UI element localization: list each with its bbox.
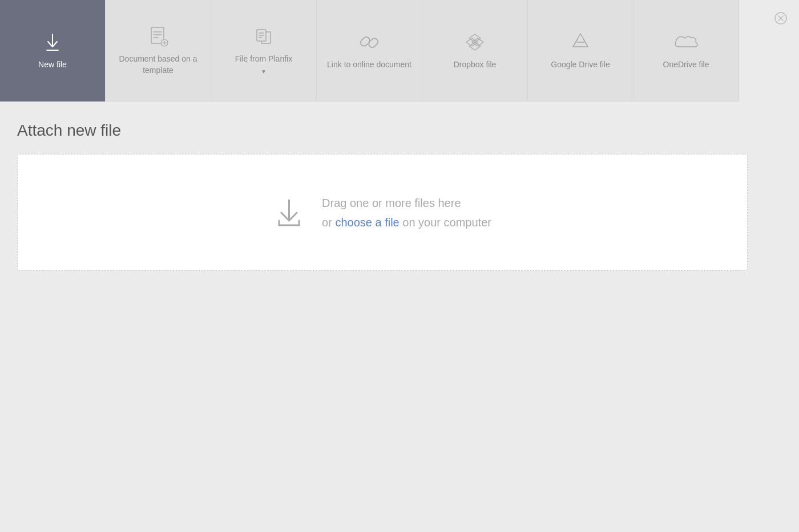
close-button[interactable] (773, 10, 789, 26)
svg-marker-17 (469, 42, 481, 50)
tab-new-file-label: New file (38, 59, 67, 71)
planfix-dropdown-arrow: ▼ (261, 68, 267, 76)
drop-zone[interactable]: Drag one or more files here or choose a … (17, 154, 748, 271)
svg-line-21 (573, 39, 578, 47)
tab-new-file[interactable]: New file (0, 0, 106, 101)
tab-google-drive[interactable]: Google Drive file (528, 0, 633, 101)
download-icon (41, 31, 64, 54)
dialog: New file Document based on a template (0, 0, 799, 532)
link-icon (358, 31, 381, 54)
onedrive-icon (673, 31, 699, 54)
drop-text: Drag one or more files here or choose a … (322, 193, 491, 232)
tabs-bar: New file Document based on a template (0, 0, 799, 101)
google-drive-icon (569, 31, 592, 54)
tab-dropbox-label: Dropbox file (454, 59, 497, 71)
tab-document-template-label: Document based on a template (114, 54, 202, 76)
section-title: Attach new file (17, 121, 782, 140)
tab-file-planfix-label: File from Planfix (235, 54, 292, 65)
drop-prefix: or (322, 216, 335, 229)
tab-onedrive-label: OneDrive file (663, 59, 709, 71)
svg-line-22 (583, 39, 588, 47)
svg-marker-16 (469, 34, 481, 42)
drop-or-line: or choose a file on your computer (322, 213, 491, 232)
tab-dropbox[interactable]: Dropbox file (422, 0, 528, 101)
drop-main-text: Drag one or more files here (322, 193, 491, 213)
dropbox-icon (463, 31, 486, 54)
tab-link-online-label: Link to online document (327, 59, 411, 71)
tab-file-planfix[interactable]: File from Planfix ▼ (211, 0, 317, 101)
choose-file-link[interactable]: choose a file (335, 216, 399, 229)
planfix-icon (252, 25, 275, 48)
tab-google-drive-label: Google Drive file (551, 59, 610, 71)
document-template-icon (147, 25, 170, 48)
content-area: Attach new file Drag one or more files h… (0, 101, 799, 532)
tab-document-template[interactable]: Document based on a template (106, 0, 211, 101)
close-icon (774, 12, 787, 25)
tab-onedrive[interactable]: OneDrive file (633, 0, 739, 101)
drop-suffix: on your computer (400, 216, 491, 229)
drop-upload-icon (273, 196, 305, 230)
svg-marker-20 (573, 34, 588, 47)
tab-link-online[interactable]: Link to online document (317, 0, 422, 101)
